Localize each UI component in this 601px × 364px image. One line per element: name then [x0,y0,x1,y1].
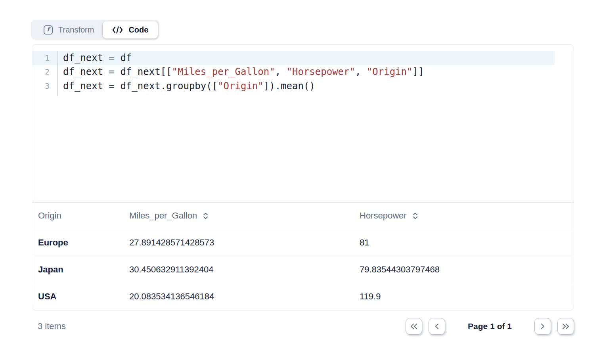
code-lines: 1df_next = df2df_next = df_next[["Miles_… [32,51,574,93]
sort-icon [412,212,419,220]
gutter-divider [57,51,58,96]
table-body: Europe27.89142857142857381Japan30.450632… [32,229,574,310]
table-row: Japan30.45063291139240479.83544303797468 [32,256,574,283]
code-and-table-panel: 1df_next = df2df_next = df_next[["Miles_… [32,44,574,310]
function-icon: f [44,25,53,34]
table-cell: 20.083534136546184 [129,291,360,302]
last-page-button[interactable] [557,318,574,335]
double-chevron-left-icon [410,323,418,330]
table-footer: 3 items Page 1 of 1 [32,318,574,335]
line-number: 1 [32,53,57,63]
column-header-origin: Origin [32,211,129,221]
tab-transform[interactable]: f Transform [31,25,103,34]
code-text: df_next = df_next.groupby(["Origin"]).me… [57,80,315,92]
items-count: 3 items [32,321,66,331]
code-line[interactable]: 3df_next = df_next.groupby(["Origin"]).m… [32,79,555,93]
first-page-button[interactable] [406,318,422,335]
table-cell: Japan [32,264,129,275]
code-text: df_next = df_next[["Miles_per_Gallon", "… [57,66,424,77]
code-line[interactable]: 2df_next = df_next[["Miles_per_Gallon", … [32,65,555,79]
table-cell: 79.83544303797468 [360,264,574,275]
sort-icon [202,212,209,220]
table-cell: 119.9 [360,291,574,302]
table-cell: 30.450632911392404 [129,264,360,275]
chevron-right-icon [540,323,545,330]
column-header-horsepower[interactable]: Horsepower [360,211,574,221]
next-page-button[interactable] [534,318,551,335]
page-indicator: Page 1 of 1 [468,322,512,331]
code-line[interactable]: 1df_next = df [32,51,555,65]
table-cell: 27.891428571428573 [129,238,360,248]
column-header-miles_per_gallon[interactable]: Miles_per_Gallon [129,211,360,221]
code-text: df_next = df [57,52,132,63]
tab-code-label: Code [128,25,148,34]
tab-code[interactable]: Code [103,21,158,38]
table-cell: USA [32,291,129,302]
table-row: Europe27.89142857142857381 [32,229,574,256]
column-header-label: Origin [38,211,61,221]
column-header-label: Miles_per_Gallon [129,211,197,221]
previous-page-button[interactable] [429,318,445,335]
column-header-label: Horsepower [360,211,407,221]
line-number: 2 [32,67,57,77]
table-cell: Europe [32,238,129,248]
table-row: USA20.083534136546184119.9 [32,283,574,310]
pagination: Page 1 of 1 [406,318,574,335]
code-editor[interactable]: 1df_next = df2df_next = df_next[["Miles_… [32,45,574,203]
code-icon [112,26,123,34]
table-header-row: OriginMiles_per_Gallon Horsepower [32,203,574,229]
table-cell: 81 [360,238,574,248]
double-chevron-right-icon [562,323,570,330]
tab-transform-label: Transform [58,25,94,34]
line-number: 3 [32,81,57,91]
view-mode-tabbar: f Transform Code [31,20,159,40]
chevron-left-icon [434,323,439,330]
